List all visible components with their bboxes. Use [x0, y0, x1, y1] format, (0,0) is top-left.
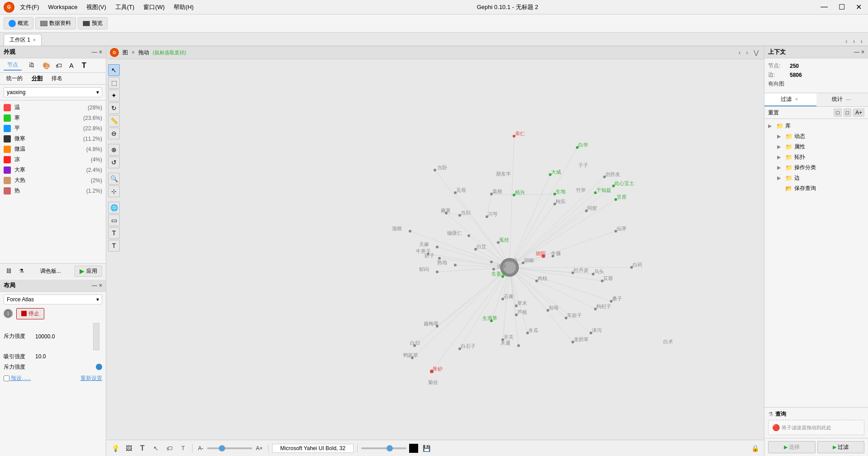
tool-pointer[interactable]: ↖: [108, 64, 120, 76]
info-icon[interactable]: i: [4, 309, 13, 318]
export-icon[interactable]: 💾: [421, 443, 432, 454]
font-size-slider-right[interactable]: [361, 447, 406, 449]
close-button[interactable]: ✕: [853, 2, 864, 12]
stats-tab-close[interactable]: —: [844, 96, 853, 102]
graph-rect[interactable]: ▭: [108, 214, 120, 226]
select-button[interactable]: ▶ 选择: [768, 441, 816, 453]
tree-item-library[interactable]: ▶ 📁 库: [764, 121, 868, 131]
color-item[interactable]: 大寒 (2.4%): [0, 165, 106, 175]
tree-item-attributes[interactable]: ▶ 📁 属性: [764, 142, 868, 152]
tree-item-topology[interactable]: ▶ 📁 拓扑: [764, 152, 868, 162]
color-icon[interactable]: 🎨: [42, 61, 51, 70]
context-minimize[interactable]: —: [854, 49, 859, 55]
menu-help[interactable]: 帮助(H): [170, 2, 197, 12]
graph-close[interactable]: ×: [132, 49, 135, 56]
tag-icon[interactable]: 🏷: [164, 443, 175, 454]
graph-nav-right[interactable]: ›: [744, 48, 750, 57]
tree-item-saved-query[interactable]: 📂 保存查询: [764, 183, 868, 194]
menu-file[interactable]: 文件(F): [16, 2, 43, 12]
tab-edge[interactable]: 边: [25, 60, 38, 71]
palette-icon[interactable]: 🖼: [123, 443, 134, 454]
tab-prev[interactable]: ‹: [844, 37, 849, 46]
ranking-tab[interactable]: 排名: [49, 74, 65, 83]
overview-button[interactable]: 概览: [4, 17, 33, 29]
reset-button[interactable]: 重新设置: [80, 375, 102, 382]
tool-measure[interactable]: 📏: [108, 115, 120, 127]
chain-icon[interactable]: ⛓: [4, 267, 14, 275]
reset-filter-btn[interactable]: 重置: [768, 109, 779, 117]
stats-tab[interactable]: 统计 —: [816, 93, 868, 106]
tool-rect-select[interactable]: ⬚: [108, 77, 120, 89]
size-icon[interactable]: T: [80, 61, 89, 70]
tool-rotate[interactable]: ↺: [108, 157, 120, 168]
color-item[interactable]: 大热 (2%): [0, 175, 106, 185]
tag-icon[interactable]: 🏷: [54, 61, 63, 70]
text-A-icon[interactable]: T: [178, 443, 189, 454]
graph-text-size[interactable]: T: [108, 240, 120, 252]
tool-zoom-in[interactable]: ⊕: [108, 144, 120, 156]
tool-lasso[interactable]: ↻: [108, 102, 120, 114]
filter-button[interactable]: ▶ 过滤: [817, 441, 865, 453]
minimize-button[interactable]: —: [818, 2, 830, 12]
color-item[interactable]: 凉 (4%): [0, 154, 106, 165]
lock-icon[interactable]: 🔒: [750, 443, 760, 454]
menu-tools[interactable]: 工具(T): [112, 2, 138, 12]
tab-next[interactable]: ›: [851, 37, 857, 46]
filter-icon-1[interactable]: □: [834, 109, 841, 117]
text-icon[interactable]: T: [137, 443, 148, 454]
menu-workspace[interactable]: Workspace: [45, 3, 81, 11]
filter-icon-2[interactable]: □: [844, 109, 851, 117]
unified-tab[interactable]: 统一的: [4, 74, 25, 83]
query-drop-area[interactable]: 🔴 将子滤波器拖动到此处: [768, 420, 864, 435]
apply-button[interactable]: ▶ 应用: [75, 266, 102, 277]
graph-text-label[interactable]: T: [108, 227, 120, 239]
workspace-tab-close[interactable]: ×: [33, 38, 36, 43]
filter-icon[interactable]: ⚗: [16, 267, 27, 275]
color-picker[interactable]: [409, 444, 418, 453]
filter-icon-3[interactable]: A+: [853, 109, 864, 117]
lightbulb-icon[interactable]: 💡: [110, 443, 121, 454]
tool-brush[interactable]: ✦: [108, 90, 120, 101]
context-close[interactable]: ×: [861, 49, 864, 55]
palette-button[interactable]: 调色板...: [38, 266, 64, 276]
graph-globe[interactable]: 🌐: [108, 202, 120, 214]
force-help-icon[interactable]: [96, 364, 102, 370]
maximize-button[interactable]: ☐: [836, 2, 848, 12]
tab-more[interactable]: ›: [859, 37, 864, 46]
color-item[interactable]: 平 (22.8%): [0, 123, 106, 133]
attribute-dropdown[interactable]: yaoxing ▾: [4, 87, 102, 97]
repulsion-slider[interactable]: [93, 323, 102, 350]
partition-tab[interactable]: 分割: [29, 74, 45, 83]
layout-close[interactable]: ×: [99, 282, 102, 289]
graph-canvas[interactable]: 亲仁 白华 子子 当卧 朋友半 大戒 勿胜友 此心宝土 干知益 见母 甘蔗 竹笋…: [121, 59, 764, 440]
tool-zoom-out[interactable]: ⊖: [108, 128, 120, 139]
font-size-slider-left[interactable]: [207, 447, 252, 449]
tool-search-node[interactable]: 🔍: [108, 173, 120, 185]
preset-button[interactable]: 预设......: [4, 375, 31, 382]
color-item[interactable]: 寒 (23.6%): [0, 113, 106, 123]
tree-item-dynamic[interactable]: ▶ 📁 动态: [764, 131, 868, 142]
graph-nav-left[interactable]: ‹: [737, 48, 743, 57]
color-item[interactable]: 微温 (4.8%): [0, 144, 106, 154]
algorithm-dropdown[interactable]: Force Atlas ▾: [4, 294, 102, 304]
filter-tab[interactable]: 过滤 ×: [764, 93, 816, 106]
filter-tab-close[interactable]: ×: [793, 96, 800, 102]
workspace-tab[interactable]: 工作区 1 ×: [4, 34, 42, 46]
data-button[interactable]: 数据资料: [35, 17, 76, 29]
menu-window[interactable]: 窗口(W): [140, 2, 168, 12]
color-item[interactable]: 微寒 (11.2%): [0, 133, 106, 144]
tab-node[interactable]: 节点: [4, 60, 22, 71]
stop-button[interactable]: 停止: [16, 308, 44, 319]
color-item[interactable]: 温 (28%): [0, 102, 106, 113]
font-icon[interactable]: A: [67, 61, 76, 70]
menu-view[interactable]: 视图(V): [83, 2, 109, 12]
tree-item-operation[interactable]: ▶ 📁 操作分类: [764, 162, 868, 173]
layout-minimize[interactable]: —: [92, 282, 97, 289]
color-item[interactable]: 热 (1.2%): [0, 185, 106, 196]
cursor-icon[interactable]: ↖: [151, 443, 161, 454]
tree-item-edge[interactable]: ▶ 📁 边: [764, 173, 868, 183]
graph-expand[interactable]: ⋁: [752, 48, 760, 57]
preview-button[interactable]: 预览: [78, 17, 108, 29]
appearance-close[interactable]: ×: [99, 49, 102, 55]
appearance-minimize[interactable]: —: [92, 49, 97, 55]
